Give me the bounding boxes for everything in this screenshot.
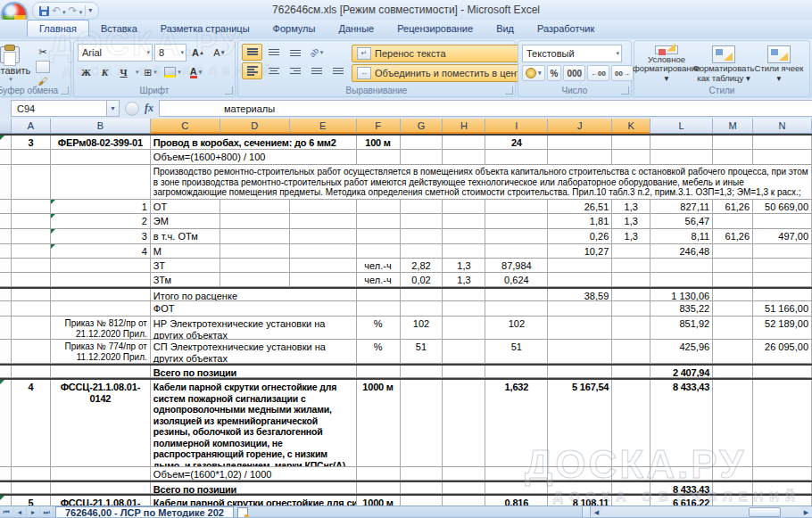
cell[interactable] (485, 244, 548, 258)
column-header-H[interactable]: H (443, 119, 485, 134)
cell[interactable] (713, 273, 753, 286)
align-bottom-icon[interactable] (285, 44, 305, 61)
cell[interactable] (0, 289, 12, 300)
cell[interactable]: ФЕРм08-02-399-01 (51, 136, 151, 149)
cell[interactable]: 827,11 (650, 200, 713, 213)
cell[interactable]: % (357, 317, 401, 339)
cell[interactable]: чел.-ч (357, 273, 401, 286)
cell[interactable] (485, 366, 548, 377)
cell[interactable]: 2,82 (401, 259, 443, 272)
cell[interactable]: 51 166,00 (753, 301, 812, 316)
cell[interactable] (401, 289, 443, 300)
cell[interactable] (612, 259, 650, 272)
cell[interactable]: 87,984 (485, 259, 548, 272)
cell[interactable]: 5 167,54 (548, 380, 612, 466)
cell[interactable] (548, 482, 612, 493)
cell[interactable] (713, 366, 753, 377)
cell[interactable] (290, 259, 357, 272)
cell[interactable]: 24 (485, 136, 548, 149)
name-box-dropdown-icon[interactable]: ▼ (107, 100, 120, 117)
column-header-F[interactable]: F (357, 119, 401, 134)
cell[interactable] (443, 244, 485, 258)
cell[interactable]: 2 (51, 214, 151, 228)
cell[interactable]: 1,81 (548, 214, 612, 228)
column-header-B[interactable]: B (51, 119, 151, 134)
cell[interactable] (401, 301, 443, 316)
align-left-icon[interactable] (242, 62, 262, 79)
cell[interactable] (713, 259, 753, 272)
cell[interactable] (612, 150, 650, 164)
cell[interactable]: 26 095,00 (753, 340, 812, 363)
cell[interactable]: 100 м (357, 136, 401, 149)
cell[interactable] (51, 289, 151, 300)
cell[interactable] (12, 165, 51, 199)
cell[interactable]: 51 (485, 340, 548, 363)
cell[interactable] (12, 467, 51, 480)
cell[interactable] (612, 340, 650, 363)
cell[interactable] (548, 273, 612, 286)
cell[interactable] (401, 482, 443, 493)
cell[interactable] (443, 467, 485, 480)
cell[interactable] (485, 289, 548, 300)
cell[interactable] (51, 150, 151, 164)
cell[interactable]: 10,27 (548, 244, 612, 258)
cell[interactable] (357, 301, 401, 316)
cell[interactable]: 61,26 (713, 229, 753, 243)
cell[interactable]: НР Электротехнические установки на други… (151, 317, 357, 339)
cell[interactable] (51, 273, 151, 286)
cell[interactable]: 8,11 (650, 229, 713, 243)
cell[interactable] (0, 482, 12, 493)
cell[interactable] (401, 366, 443, 377)
cell[interactable] (220, 259, 290, 272)
cell[interactable] (612, 289, 650, 300)
cell[interactable] (12, 289, 51, 300)
cell[interactable]: 1 (51, 200, 151, 213)
column-header-K[interactable]: K (612, 119, 650, 134)
cell[interactable] (485, 229, 548, 243)
align-right-icon[interactable] (285, 62, 305, 79)
cell[interactable] (713, 482, 753, 493)
cell[interactable] (753, 150, 812, 164)
cell[interactable] (443, 482, 485, 493)
cell[interactable] (548, 136, 612, 149)
cell[interactable] (650, 467, 713, 480)
cell[interactable] (12, 340, 51, 363)
cell[interactable] (357, 467, 401, 480)
dialog-launcher-icon[interactable] (505, 86, 513, 95)
cell[interactable] (401, 150, 443, 164)
cell[interactable]: 3 (12, 136, 51, 149)
cell[interactable]: ФССЦ-21.1.08.01-0142 (51, 380, 151, 466)
cell[interactable] (548, 467, 612, 480)
cell[interactable]: Всего по позиции (151, 482, 357, 493)
cell[interactable] (443, 200, 485, 213)
cell[interactable] (0, 317, 12, 339)
cell[interactable] (12, 259, 51, 272)
cell[interactable]: Итого по расценке (151, 289, 357, 300)
cell[interactable] (12, 301, 51, 316)
cell[interactable]: 425,96 (650, 340, 713, 363)
cell[interactable]: 1000 м (357, 380, 401, 466)
cell[interactable] (753, 467, 812, 480)
cell[interactable] (443, 380, 485, 466)
cell[interactable] (713, 317, 753, 339)
cell[interactable] (0, 200, 12, 213)
column-header-M[interactable]: M (713, 119, 753, 134)
column-header-L[interactable]: L (650, 119, 713, 134)
cell[interactable] (220, 244, 290, 258)
cell[interactable] (713, 136, 753, 149)
cell[interactable] (753, 214, 812, 228)
cell[interactable] (443, 301, 485, 316)
tab-page-layout[interactable]: Разметка страницы (149, 20, 261, 37)
cell[interactable] (612, 467, 650, 480)
cell[interactable]: ЗТ (151, 259, 220, 272)
dialog-launcher-icon[interactable] (621, 86, 629, 95)
column-header-A[interactable]: A (12, 119, 51, 134)
cell[interactable]: 1,3 (612, 214, 650, 228)
decrease-decimal-icon[interactable]: 00→ (611, 65, 634, 81)
cut-icon[interactable]: ✂ (33, 46, 53, 58)
cell[interactable] (357, 482, 401, 493)
cell[interactable]: Производство ремонтно-строительных работ… (151, 165, 812, 199)
column-header-J[interactable]: J (548, 119, 612, 134)
cell[interactable] (357, 366, 401, 377)
cell[interactable] (0, 150, 12, 164)
